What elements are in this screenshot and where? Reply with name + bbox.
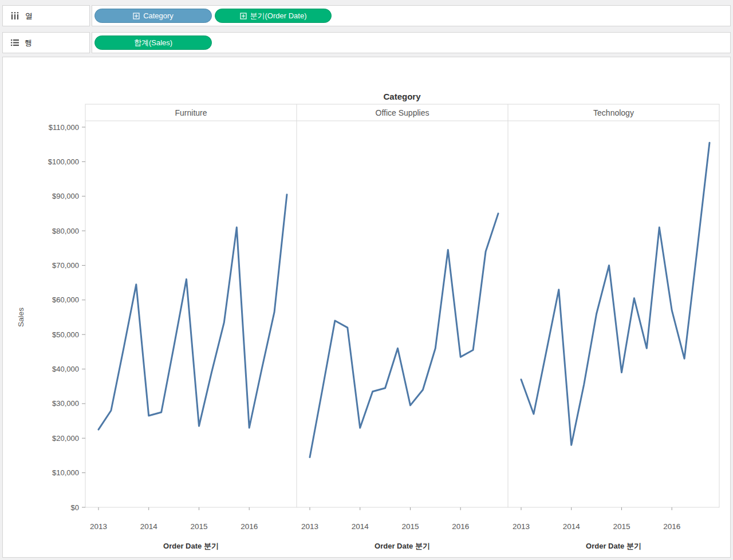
x-tick-label: 2015 — [613, 522, 630, 531]
y-tick-label: $50,000 — [52, 330, 79, 339]
columns-shelf-label: 열 — [2, 5, 90, 26]
rows-icon — [10, 38, 19, 47]
pill-sum-sales[interactable]: 합계(Sales) — [94, 36, 212, 50]
pill-label: 분기(Order Date) — [250, 11, 307, 21]
x-tick-label: 2014 — [563, 522, 581, 531]
y-axis-title: Sales — [17, 307, 25, 327]
sales-line-office-supplies[interactable] — [310, 214, 498, 458]
expand-icon[interactable] — [240, 13, 247, 19]
x-tick-label: 2014 — [352, 522, 369, 531]
x-axis-title: Order Date 분기 — [163, 542, 219, 550]
x-tick-label: 2016 — [452, 522, 469, 531]
chart-frame — [85, 104, 719, 507]
y-tick-label: $20,000 — [52, 434, 79, 443]
x-tick-label: 2016 — [241, 522, 258, 531]
y-tick-label: $100,000 — [48, 157, 79, 166]
x-tick-label: 2014 — [140, 522, 158, 531]
chart-svg: Category Sales Furniture2013201420152016… — [3, 57, 730, 557]
pill-label: Category — [143, 11, 174, 20]
y-tick-label: $30,000 — [52, 399, 79, 408]
y-tick-label: $70,000 — [52, 261, 79, 270]
x-axis-title: Order Date 분기 — [375, 542, 430, 550]
rows-shelf[interactable]: 합계(Sales) — [92, 32, 731, 53]
columns-icon — [10, 11, 20, 20]
x-tick-label: 2016 — [663, 522, 680, 531]
panel-header: Technology — [593, 108, 634, 117]
x-axis-title: Order Date 분기 — [586, 542, 641, 550]
y-tick-label: $10,000 — [52, 468, 79, 477]
y-tick-label: $80,000 — [52, 227, 79, 235]
columns-shelf-row: 열 Category 분기(Order Date) — [2, 5, 731, 26]
y-tick-label: $110,000 — [49, 123, 79, 132]
x-tick-label: 2013 — [513, 522, 530, 531]
y-tick-label: $90,000 — [52, 192, 79, 200]
sales-line-technology[interactable] — [521, 143, 710, 445]
y-tick-label: $0 — [71, 503, 79, 512]
x-tick-label: 2015 — [401, 522, 419, 531]
chart-area: Category Sales Furniture2013201420152016… — [2, 57, 731, 558]
x-tick-label: 2015 — [190, 522, 207, 531]
columns-shelf[interactable]: Category 분기(Order Date) — [92, 5, 731, 26]
x-tick-label: 2013 — [301, 522, 318, 531]
columns-shelf-title: 열 — [25, 11, 33, 21]
y-tick-label: $40,000 — [52, 365, 79, 373]
pill-label: 합계(Sales) — [134, 38, 172, 48]
sales-line-furniture[interactable] — [98, 195, 287, 430]
expand-icon[interactable] — [133, 13, 140, 19]
rows-shelf-label: 행 — [2, 32, 90, 53]
x-tick-label: 2013 — [90, 522, 107, 531]
y-tick-label: $60,000 — [52, 295, 79, 304]
pill-category[interactable]: Category — [94, 9, 212, 23]
chart-title: Category — [383, 92, 421, 101]
panel-header: Furniture — [175, 108, 207, 117]
panel-header: Office Supplies — [376, 108, 429, 117]
rows-shelf-row: 행 합계(Sales) — [2, 32, 731, 53]
rows-shelf-title: 행 — [25, 38, 32, 48]
pill-quarter-order-date[interactable]: 분기(Order Date) — [215, 9, 332, 23]
